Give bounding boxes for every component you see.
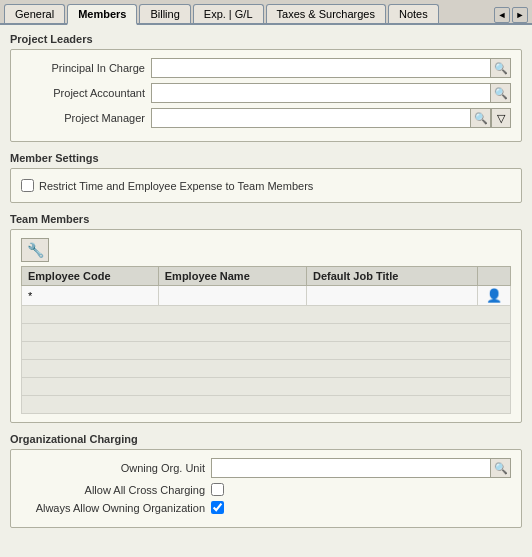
manager-row: Project Manager 🔍 ▽: [21, 108, 511, 128]
principal-search-icon: 🔍: [494, 62, 508, 75]
job-title-cell: [306, 286, 477, 306]
members-table: Employee Code Employee Name Default Job …: [21, 266, 511, 414]
manager-input-group: 🔍 ▽: [151, 108, 511, 128]
team-members-toolbar: 🔧: [21, 238, 511, 262]
owning-org-label: Owning Org. Unit: [21, 462, 211, 474]
row-action-cell[interactable]: 👤: [477, 286, 510, 306]
org-charging-title: Organizational Charging: [10, 433, 522, 445]
wrench-icon: 🔧: [27, 242, 44, 258]
main-content: Project Leaders Principal In Charge 🔍 Pr…: [0, 25, 532, 554]
restrict-row: Restrict Time and Employee Expense to Te…: [21, 177, 511, 194]
empty-row-1: [22, 306, 511, 324]
member-settings-box: Restrict Time and Employee Expense to Te…: [10, 168, 522, 203]
owning-org-search-icon: 🔍: [494, 462, 508, 475]
members-table-header: Employee Code Employee Name Default Job …: [22, 267, 511, 286]
owning-org-input[interactable]: [211, 458, 491, 478]
principal-row: Principal In Charge 🔍: [21, 58, 511, 78]
restrict-checkbox[interactable]: [21, 179, 34, 192]
owning-org-input-group: 🔍: [211, 458, 511, 478]
col-action: [477, 267, 510, 286]
emp-code-cell: *: [22, 286, 159, 306]
manager-search-btn[interactable]: 🔍: [471, 108, 491, 128]
principal-input[interactable]: [151, 58, 491, 78]
team-members-box: 🔧 Employee Code Employee Name Default Jo…: [10, 229, 522, 423]
cross-charging-row: Allow All Cross Charging: [21, 483, 511, 496]
project-leaders-box: Principal In Charge 🔍 Project Accountant…: [10, 49, 522, 142]
team-members-title: Team Members: [10, 213, 522, 225]
tab-members[interactable]: Members: [67, 4, 137, 25]
tab-exp-gl[interactable]: Exp. | G/L: [193, 4, 264, 23]
org-charging-box: Owning Org. Unit 🔍 Allow All Cross Charg…: [10, 449, 522, 528]
always-allow-label: Always Allow Owning Organization: [21, 502, 211, 514]
accountant-label: Project Accountant: [21, 87, 151, 99]
tab-notes[interactable]: Notes: [388, 4, 439, 23]
cross-charging-checkbox[interactable]: [211, 483, 224, 496]
accountant-input[interactable]: [151, 83, 491, 103]
empty-row-5: [22, 378, 511, 396]
owning-org-row: Owning Org. Unit 🔍: [21, 458, 511, 478]
accountant-search-btn[interactable]: 🔍: [491, 83, 511, 103]
team-members-section: Team Members 🔧 Employee Code Employee Na…: [10, 213, 522, 423]
tab-general[interactable]: General: [4, 4, 65, 23]
empty-row-4: [22, 360, 511, 378]
always-allow-checkbox[interactable]: [211, 501, 224, 514]
manager-input[interactable]: [151, 108, 471, 128]
tab-taxes[interactable]: Taxes & Surcharges: [266, 4, 386, 23]
table-row: * 👤: [22, 286, 511, 306]
col-job-title: Default Job Title: [306, 267, 477, 286]
member-settings-section: Member Settings Restrict Time and Employ…: [10, 152, 522, 203]
tab-nav-buttons: ◄ ►: [494, 7, 532, 23]
owning-org-search-btn[interactable]: 🔍: [491, 458, 511, 478]
restrict-label: Restrict Time and Employee Expense to Te…: [39, 180, 313, 192]
team-members-tool-btn[interactable]: 🔧: [21, 238, 49, 262]
tab-bar: General Members Billing Exp. | G/L Taxes…: [0, 0, 532, 25]
tab-nav-left[interactable]: ◄: [494, 7, 510, 23]
tab-nav-right[interactable]: ►: [512, 7, 528, 23]
empty-row-6: [22, 396, 511, 414]
manager-search-icon: 🔍: [474, 112, 488, 125]
col-employee-name: Employee Name: [158, 267, 306, 286]
accountant-row: Project Accountant 🔍: [21, 83, 511, 103]
always-allow-row: Always Allow Owning Organization: [21, 501, 511, 514]
cross-charging-label: Allow All Cross Charging: [21, 484, 211, 496]
emp-name-cell: [158, 286, 306, 306]
principal-search-btn[interactable]: 🔍: [491, 58, 511, 78]
principal-label: Principal In Charge: [21, 62, 151, 74]
project-leaders-section: Project Leaders Principal In Charge 🔍 Pr…: [10, 33, 522, 142]
member-settings-title: Member Settings: [10, 152, 522, 164]
manager-dropdown-btn[interactable]: ▽: [491, 108, 511, 128]
project-leaders-title: Project Leaders: [10, 33, 522, 45]
manager-dropdown-icon: ▽: [497, 112, 505, 125]
org-charging-section: Organizational Charging Owning Org. Unit…: [10, 433, 522, 528]
manager-label: Project Manager: [21, 112, 151, 124]
add-person-icon: 👤: [486, 288, 502, 303]
accountant-input-group: 🔍: [151, 83, 511, 103]
empty-row-3: [22, 342, 511, 360]
accountant-search-icon: 🔍: [494, 87, 508, 100]
col-employee-code: Employee Code: [22, 267, 159, 286]
empty-row-2: [22, 324, 511, 342]
tab-billing[interactable]: Billing: [139, 4, 190, 23]
principal-input-group: 🔍: [151, 58, 511, 78]
